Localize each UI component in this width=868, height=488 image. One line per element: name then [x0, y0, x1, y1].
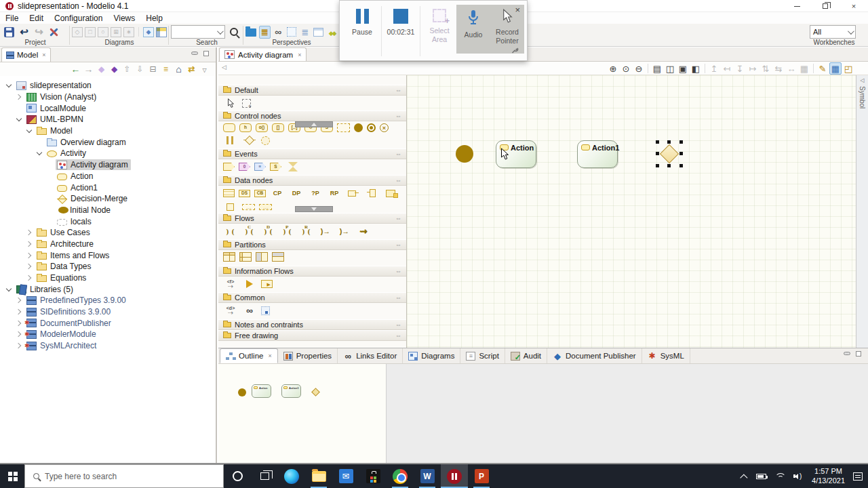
palette-scroll-down[interactable] [295, 206, 333, 212]
stop-button[interactable]: 00:02:31 [384, 5, 418, 58]
expander-closed-icon[interactable] [26, 252, 33, 259]
close-tab-icon[interactable]: × [42, 52, 45, 58]
activity-final-node-tool[interactable] [367, 123, 376, 132]
auto-diagram-button[interactable]: ◆ [143, 27, 154, 37]
print-button[interactable]: ▤ [651, 62, 663, 75]
restore-button[interactable] [811, 0, 840, 12]
menu-file[interactable]: File [5, 14, 18, 23]
vertical-partition-container-tool[interactable] [256, 252, 268, 262]
select-visible-button[interactable]: ◧ [690, 62, 702, 75]
action1-node-shape[interactable]: Action1 [577, 140, 618, 168]
flat-hierarchy-button[interactable] [160, 64, 172, 75]
signal-event-tool[interactable] [223, 163, 235, 171]
composite-diagram-button[interactable]: ⊞ [111, 27, 121, 37]
tab-outline[interactable]: Outline× [220, 348, 278, 363]
change-event-tool[interactable]: ≡ [254, 163, 266, 171]
model-explorer-button[interactable] [259, 26, 271, 39]
tab-model[interactable]: Model × [1, 47, 51, 62]
cp-pin-tool[interactable]: CP [270, 188, 285, 199]
palette-section-data-nodes[interactable]: Data nodes⇔ [218, 175, 406, 186]
maximize-view-button[interactable] [203, 51, 209, 56]
tree-item-vision-analyst[interactable]: Vision (Analyst) [0, 92, 216, 103]
impact-links-button[interactable] [273, 26, 284, 39]
tree-item-model[interactable]: Model [0, 125, 216, 137]
expander-open-icon[interactable] [5, 82, 12, 89]
tree-item-sidefinitions-3-9-00[interactable]: SIDefinitions 3.9.00 [0, 306, 216, 318]
palette-section-information-flows[interactable]: Information Flows⇔ [218, 266, 406, 277]
horizontal-partition-container-tool[interactable] [272, 252, 284, 262]
taskbar-app-edge[interactable] [278, 464, 305, 488]
tree-item-initial-node[interactable]: Initial Node [0, 205, 216, 216]
selection-handle[interactable] [656, 164, 659, 167]
tree-item-action1[interactable]: Action1 [0, 182, 216, 193]
tree-item-predefinedtypes-3-9-00[interactable]: PredefinedTypes 3.9.00 [0, 295, 216, 306]
page-layout-button[interactable]: ◰ [842, 62, 854, 75]
dp-pin-tool[interactable]: DP [289, 188, 304, 199]
selection-handle[interactable] [656, 140, 659, 144]
control-flow-tool[interactable] [223, 226, 238, 237]
close-icon[interactable]: × [515, 5, 520, 15]
tree-item-overview-diagram[interactable]: Overview diagram [0, 136, 216, 148]
tab-document-publisher[interactable]: Document Publisher [547, 348, 642, 363]
tray-chevron-icon[interactable] [740, 474, 747, 481]
taskbar-app-mail[interactable] [332, 464, 359, 488]
tree-item-items-and-flows[interactable]: Items and Flows [0, 249, 216, 261]
tab-diagrams[interactable]: Diagrams [403, 348, 460, 363]
volume-icon[interactable]: ) [793, 472, 804, 480]
structured-activity-node-tool[interactable] [337, 123, 350, 132]
selection-handle[interactable] [656, 152, 659, 155]
tree-item-equations[interactable]: Equations [0, 272, 216, 284]
close-tab-icon[interactable]: × [298, 52, 301, 58]
tree-item-locals[interactable]: locals [0, 216, 216, 227]
pause-button[interactable]: Pause [345, 5, 379, 58]
expansion-node-in-tool[interactable] [242, 204, 255, 210]
minimize-button[interactable] [783, 0, 811, 12]
palette-scroll-up[interactable] [295, 121, 333, 127]
dependency-flow-tool[interactable] [356, 226, 371, 237]
navigate-forward-button[interactable] [83, 64, 94, 75]
action-center-icon[interactable] [853, 472, 863, 481]
battery-icon[interactable] [756, 474, 766, 479]
taskbar-clock[interactable]: 1:57 PM 4/13/2021 [812, 467, 845, 486]
vertical-partition-tool[interactable] [223, 252, 235, 262]
search-button[interactable] [227, 26, 240, 39]
next-element-button[interactable] [108, 64, 120, 75]
collapse-all-button[interactable] [147, 64, 159, 75]
object-flow-tool[interactable] [318, 226, 333, 237]
tree-item-use-cases[interactable]: Use Cases [0, 227, 216, 239]
start-button[interactable] [0, 464, 24, 488]
tree-item-localmodule[interactable]: LocalModule [0, 102, 216, 114]
navigate-back-button[interactable] [70, 64, 81, 75]
selection-handle[interactable] [667, 140, 671, 144]
control-flow-c-tool[interactable]: C [242, 226, 257, 237]
collapse-palette-icon[interactable]: ◁ [222, 64, 226, 70]
palette-section-default[interactable]: Default⇔ [218, 85, 406, 96]
tree-item-activity[interactable]: Activity [0, 148, 216, 159]
palette-section-common[interactable]: Common⇔ [218, 292, 406, 303]
taskbar-app-word[interactable]: W [414, 464, 441, 488]
zoom-out-button[interactable]: ⊖ [633, 62, 645, 75]
decision-node-selected[interactable] [657, 142, 682, 166]
tab-script[interactable]: Script [460, 348, 505, 363]
menu-help[interactable]: Help [146, 14, 163, 23]
decision-merge-node-tool[interactable] [242, 135, 257, 146]
audio-toggle-button[interactable]: Audio [456, 5, 490, 54]
expander-open-icon[interactable] [36, 150, 43, 157]
palette-section-partitions[interactable]: Partitions⇔ [218, 239, 406, 250]
taskbar-app-powerpoint[interactable]: P [468, 464, 495, 488]
maximize-view-button[interactable] [856, 351, 861, 357]
expander-open-icon[interactable] [5, 286, 12, 293]
opaque-action-tool[interactable]: [] [272, 123, 284, 132]
tree-item-documentpublisher[interactable]: DocumentPublisher [0, 317, 216, 329]
tab-sysml[interactable]: SysML [642, 348, 690, 363]
menu-edit[interactable]: Edit [29, 14, 43, 23]
taskbar-app-chrome[interactable] [387, 464, 414, 488]
matrix-button[interactable] [156, 27, 167, 37]
move-up-button[interactable] [121, 64, 133, 75]
save-image-button[interactable]: ◫ [664, 62, 676, 75]
object-node-tool[interactable] [223, 189, 235, 197]
tree-item-architecture[interactable]: Architecture [0, 239, 216, 250]
taskbar-app-store[interactable] [359, 464, 387, 488]
tree-item-slidepresentation[interactable]: slidepresentation [0, 80, 216, 92]
new-project-folder-button[interactable] [245, 26, 257, 39]
